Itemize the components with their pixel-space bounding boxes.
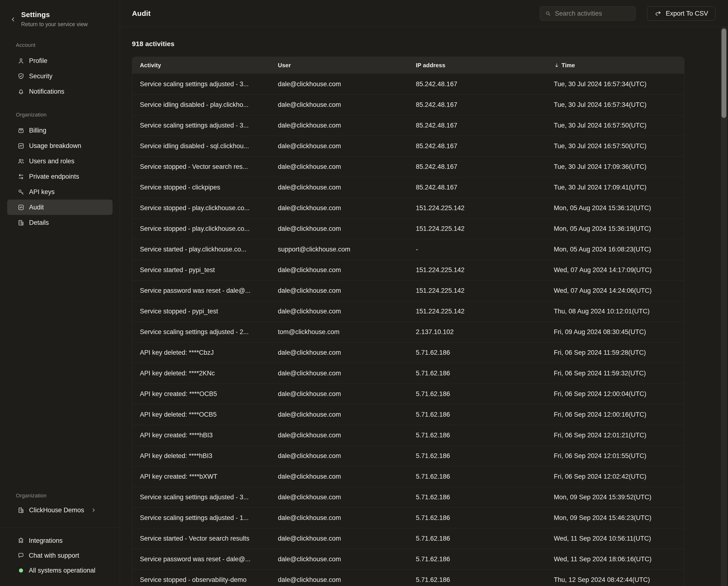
table-row[interactable]: Service scaling settings adjusted - 3...… — [132, 487, 684, 508]
table-row[interactable]: API key created: ****hBI3 dale@clickhous… — [132, 425, 684, 445]
table-row[interactable]: Service started - pypi_test dale@clickho… — [132, 260, 684, 280]
cell-ip-address: 151.224.225.142 — [408, 266, 546, 274]
sidebar-item-users-and-roles[interactable]: Users and roles — [7, 153, 112, 169]
table-row[interactable]: API key deleted: ****2KNc dale@clickhous… — [132, 363, 684, 384]
cell-ip-address: 5.71.62.186 — [408, 535, 546, 542]
cell-ip-address: 85.242.48.167 — [408, 122, 546, 129]
table-row[interactable]: API key deleted: ****hBI3 dale@clickhous… — [132, 445, 684, 466]
green-status-dot — [17, 567, 24, 574]
column-header-activity[interactable]: Activity — [132, 62, 270, 69]
export-csv-button[interactable]: Export To CSV — [647, 6, 716, 21]
organization-section-label: Organization — [0, 112, 120, 118]
cell-activity: Service started - Vector search results — [132, 535, 270, 542]
scrollbar-thumb[interactable] — [722, 29, 726, 118]
search-input[interactable] — [555, 10, 640, 17]
organization-nav: Billing Usage breakdown Users and roles … — [0, 123, 120, 230]
return-to-service-link[interactable]: Return to your service view — [21, 21, 87, 28]
sidebar-item-security[interactable]: Security — [7, 69, 112, 84]
sidebar-item-profile[interactable]: Profile — [7, 53, 112, 69]
cell-activity: Service password was reset - dale@... — [132, 287, 270, 294]
topbar-actions: Export To CSV — [540, 6, 716, 21]
account-section-label: Account — [0, 42, 120, 48]
column-header-ip[interactable]: IP address — [408, 62, 546, 69]
cell-ip-address: 5.71.62.186 — [408, 514, 546, 522]
cell-ip-address: 5.71.62.186 — [408, 576, 546, 584]
column-header-time[interactable]: Time — [546, 62, 684, 69]
cell-ip-address: 151.224.225.142 — [408, 308, 546, 315]
table-row[interactable]: Service stopped - play.clickhouse.co... … — [132, 198, 684, 218]
sidebar-item-notifications[interactable]: Notifications — [7, 84, 112, 99]
cell-activity: API key deleted: ****2KNc — [132, 370, 270, 377]
cell-user: dale@clickhouse.com — [270, 411, 408, 418]
sidebar-item-chat-with-support[interactable]: Chat with support — [0, 548, 120, 563]
cell-time: Fri, 09 Aug 2024 08:30:45(UTC) — [546, 328, 684, 336]
cell-ip-address: 151.224.225.142 — [408, 225, 546, 233]
cell-ip-address: 5.71.62.186 — [408, 556, 546, 563]
sidebar-item-details[interactable]: Details — [7, 215, 112, 230]
cell-ip-address: 5.71.62.186 — [408, 390, 546, 398]
table-row[interactable]: Service scaling settings adjusted - 3...… — [132, 74, 684, 94]
audit-table: Activity User IP address Time Service s — [132, 57, 684, 586]
cell-time: Mon, 05 Aug 2024 16:08:23(UTC) — [546, 246, 684, 253]
cell-time: Fri, 06 Sep 2024 12:00:16(UTC) — [546, 411, 684, 418]
table-row[interactable]: API key deleted: ****OCB5 dale@clickhous… — [132, 404, 684, 425]
cell-user: dale@clickhouse.com — [270, 266, 408, 274]
cell-time: Wed, 11 Sep 2024 10:56:11(UTC) — [546, 535, 684, 542]
cell-user: dale@clickhouse.com — [270, 514, 408, 522]
cell-time: Wed, 11 Sep 2024 18:06:16(UTC) — [546, 556, 684, 563]
scrollbar-track[interactable] — [721, 27, 727, 586]
column-header-user[interactable]: User — [270, 62, 408, 69]
table-row[interactable]: Service password was reset - dale@... da… — [132, 549, 684, 569]
cell-time: Thu, 08 Aug 2024 10:12:01(UTC) — [546, 308, 684, 315]
table-row[interactable]: Service scaling settings adjusted - 1...… — [132, 508, 684, 528]
building-icon — [17, 507, 25, 514]
sidebar-item-api-keys[interactable]: API keys — [7, 184, 112, 200]
org-switcher[interactable]: ClickHouse Demos — [7, 502, 112, 518]
table-row[interactable]: Service started - Vector search results … — [132, 528, 684, 549]
cell-activity: Service scaling settings adjusted - 2... — [132, 328, 270, 336]
table-row[interactable]: Service idling disabled - play.clickho..… — [132, 94, 684, 115]
cell-time: Tue, 30 Jul 2024 16:57:50(UTC) — [546, 122, 684, 129]
cell-activity: Service scaling settings adjusted - 1... — [132, 514, 270, 522]
cell-time: Fri, 06 Sep 2024 11:59:32(UTC) — [546, 370, 684, 377]
table-row[interactable]: API key created: ****bXWT dale@clickhous… — [132, 466, 684, 487]
table-row[interactable]: Service started - play.clickhouse.co... … — [132, 239, 684, 260]
table-row[interactable]: Service stopped - Vector search res... d… — [132, 156, 684, 177]
sidebar-title-block: Settings Return to your service view — [21, 10, 87, 28]
table-row[interactable]: Service stopped - observability-demo dal… — [132, 569, 684, 586]
table-row[interactable]: Service scaling settings adjusted - 3...… — [132, 115, 684, 136]
table-row[interactable]: Service password was reset - dale@... da… — [132, 280, 684, 301]
sidebar-item-billing[interactable]: Billing — [7, 123, 112, 138]
cell-activity: Service started - play.clickhouse.co... — [132, 246, 270, 253]
cell-ip-address: 5.71.62.186 — [408, 452, 546, 460]
cell-time: Fri, 06 Sep 2024 12:01:21(UTC) — [546, 432, 684, 439]
table-row[interactable]: Service idling disabled - sql.clickhou..… — [132, 136, 684, 156]
table-row[interactable]: Service stopped - clickpipes dale@clickh… — [132, 177, 684, 198]
back-button[interactable] — [9, 15, 17, 24]
sidebar-item-audit[interactable]: Audit — [7, 200, 112, 215]
cell-time: Fri, 06 Sep 2024 12:02:42(UTC) — [546, 473, 684, 480]
cell-activity: Service stopped - pypi_test — [132, 308, 270, 315]
activity-square-icon — [17, 204, 25, 211]
main-area: Audit Export To CSV 918 activities — [120, 0, 728, 586]
cell-activity: Service stopped - clickpipes — [132, 184, 270, 191]
cell-activity: API key deleted: ****OCB5 — [132, 411, 270, 418]
table-row[interactable]: API key deleted: ****CbzJ dale@clickhous… — [132, 342, 684, 363]
sidebar-item-private-endpoints[interactable]: Private endpoints — [7, 169, 112, 184]
cell-activity: API key deleted: ****hBI3 — [132, 452, 270, 460]
sidebar-item-usage-breakdown[interactable]: Usage breakdown — [7, 138, 112, 153]
table-row[interactable]: Service stopped - pypi_test dale@clickho… — [132, 301, 684, 322]
cell-time: Fri, 06 Sep 2024 12:00:04(UTC) — [546, 390, 684, 398]
cell-ip-address: - — [408, 246, 546, 253]
sidebar-item-integrations[interactable]: Integrations — [0, 533, 120, 548]
table-row[interactable]: Service scaling settings adjusted - 2...… — [132, 322, 684, 342]
cell-time: Fri, 06 Sep 2024 12:01:55(UTC) — [546, 452, 684, 460]
cell-time: Tue, 30 Jul 2024 16:57:50(UTC) — [546, 142, 684, 150]
table-row[interactable]: API key created: ****OCB5 dale@clickhous… — [132, 384, 684, 404]
chevron-right-icon — [90, 507, 97, 513]
cell-ip-address: 85.242.48.167 — [408, 101, 546, 108]
sidebar-item-system-status[interactable]: All systems operational — [0, 563, 120, 578]
chevron-left-icon — [10, 16, 17, 23]
puzzle-icon — [17, 537, 24, 544]
table-row[interactable]: Service stopped - play.clickhouse.co... … — [132, 218, 684, 239]
